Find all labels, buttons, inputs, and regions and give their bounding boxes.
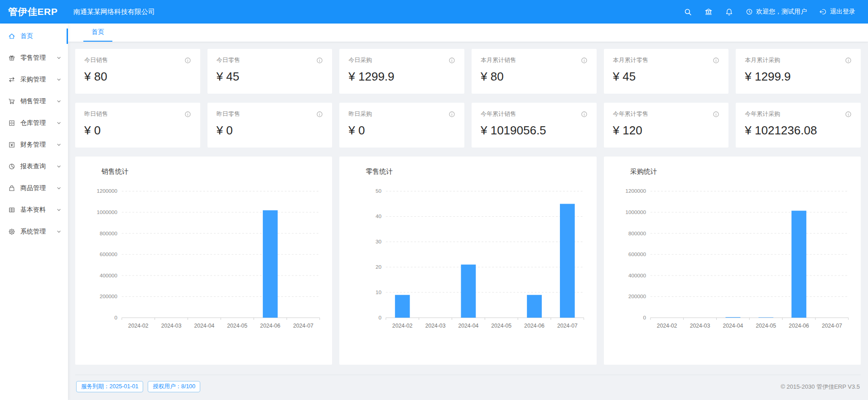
sidebar-item-label: 系统管理 xyxy=(20,228,56,236)
stat-card-head: 本月累计销售 xyxy=(481,56,588,64)
info-icon[interactable] xyxy=(713,57,719,64)
stat-card-head: 本月累计采购 xyxy=(745,56,852,64)
stat-value: ¥ 80 xyxy=(481,70,588,84)
page-footer: 服务到期：2025-01-01 授权用户：8/100 © 2015-2030 管… xyxy=(75,375,861,400)
user-welcome[interactable]: 欢迎您，测试用户 xyxy=(746,8,807,16)
sidebar-item-label: 采购管理 xyxy=(20,76,56,84)
y-tick-label: 400000 xyxy=(100,272,118,278)
y-tick-label: 200000 xyxy=(100,293,118,299)
info-icon[interactable] xyxy=(448,57,455,64)
bank-icon[interactable] xyxy=(704,8,713,16)
stat-card-head: 今年累计销售 xyxy=(481,110,588,118)
sidebar-item-goods[interactable]: 商品管理 xyxy=(0,177,68,199)
info-icon[interactable] xyxy=(713,111,719,118)
chevron-down-icon xyxy=(56,120,62,126)
stat-card: 今年累计采购¥ 1021236.08 xyxy=(736,103,861,148)
sales-chart-card: 销售统计020000040000060000080000010000001200… xyxy=(75,157,332,365)
sales-chart: 0200000400000600000800000100000012000002… xyxy=(80,182,328,347)
sidebar: 首页零售管理采购管理销售管理仓库管理财务管理报表查询商品管理基本资料系统管理 xyxy=(0,24,68,400)
info-icon[interactable] xyxy=(316,57,323,64)
info-icon[interactable] xyxy=(581,111,588,118)
y-tick-label: 1200000 xyxy=(96,188,117,194)
stat-label: 今年累计零售 xyxy=(613,110,648,118)
sidebar-item-reports[interactable]: 报表查询 xyxy=(0,156,68,177)
y-tick-label: 1000000 xyxy=(96,209,117,215)
stat-value: ¥ 80 xyxy=(84,70,191,84)
y-tick-label: 800000 xyxy=(628,230,646,236)
sidebar-item-finance[interactable]: 财务管理 xyxy=(0,134,68,156)
body-row: 首页零售管理采购管理销售管理仓库管理财务管理报表查询商品管理基本资料系统管理 首… xyxy=(0,24,868,400)
bar-2024-02 xyxy=(395,295,410,318)
sidebar-item-retail[interactable]: 零售管理 xyxy=(0,47,68,69)
sidebar-item-sales[interactable]: 销售管理 xyxy=(0,90,68,112)
sidebar-item-system[interactable]: 系统管理 xyxy=(0,221,68,243)
stat-card-head: 昨日采购 xyxy=(348,110,455,118)
stat-value: ¥ 0 xyxy=(348,124,455,138)
stat-value: ¥ 1021236.08 xyxy=(745,124,852,138)
content: 今日销售¥ 80今日零售¥ 45今日采购¥ 1299.9本月累计销售¥ 80本月… xyxy=(68,42,868,400)
bar-2024-06 xyxy=(527,295,542,318)
logout-button[interactable]: 退出登录 xyxy=(820,8,855,16)
stat-label: 今日零售 xyxy=(217,56,240,64)
y-tick-label: 0 xyxy=(115,314,118,320)
swap-icon xyxy=(8,76,15,83)
top-header: 管伊佳ERP 南通某某网络科技有限公司 xyxy=(0,0,868,24)
sidebar-item-warehouse[interactable]: 仓库管理 xyxy=(0,112,68,134)
y-tick-label: 0 xyxy=(643,314,646,320)
cart-icon xyxy=(8,98,15,105)
bar-2024-04 xyxy=(461,265,476,318)
tab-home[interactable]: 首页 xyxy=(83,24,112,42)
search-icon[interactable] xyxy=(684,8,692,16)
info-icon[interactable] xyxy=(845,57,852,64)
x-category-label: 2024-07 xyxy=(822,323,842,329)
purchase-chart: 0200000400000600000800000100000012000002… xyxy=(608,182,856,347)
stat-card: 今日销售¥ 80 xyxy=(75,49,200,94)
stat-card-head: 今日零售 xyxy=(217,56,323,64)
stat-label: 本月累计采购 xyxy=(745,56,780,64)
chevron-down-icon xyxy=(56,207,62,213)
tabbar: 首页 xyxy=(68,24,868,42)
stat-value: ¥ 120 xyxy=(613,124,720,138)
sidebar-item-label: 首页 xyxy=(20,32,62,40)
info-icon[interactable] xyxy=(184,111,191,118)
stat-value: ¥ 1019056.5 xyxy=(481,124,588,138)
info-icon[interactable] xyxy=(448,111,455,118)
stat-label: 本月累计零售 xyxy=(613,56,648,64)
sidebar-item-label: 商品管理 xyxy=(20,184,56,192)
chart-title: 零售统计 xyxy=(344,167,592,176)
y-tick-label: 50 xyxy=(376,188,382,194)
sidebar-item-purchase[interactable]: 采购管理 xyxy=(0,69,68,90)
x-category-label: 2024-06 xyxy=(524,323,545,329)
y-tick-label: 0 xyxy=(379,314,382,320)
x-category-label: 2024-06 xyxy=(789,323,809,329)
sidebar-item-basicdata[interactable]: 基本资料 xyxy=(0,199,68,221)
y-tick-label: 400000 xyxy=(628,272,646,278)
sidebar-item-home[interactable]: 首页 xyxy=(0,25,68,47)
logout-icon xyxy=(820,8,827,15)
y-tick-label: 600000 xyxy=(100,251,118,257)
main-area: 首页 今日销售¥ 80今日零售¥ 45今日采购¥ 1299.9本月累计销售¥ 8… xyxy=(68,24,868,400)
gear-icon xyxy=(8,228,15,235)
stats-grid: 今日销售¥ 80今日零售¥ 45今日采购¥ 1299.9本月累计销售¥ 80本月… xyxy=(75,49,861,148)
stat-label: 昨日销售 xyxy=(84,110,108,118)
info-icon[interactable] xyxy=(581,57,588,64)
info-icon[interactable] xyxy=(184,57,191,64)
purchase-chart-card: 采购统计020000040000060000080000010000001200… xyxy=(604,157,861,365)
stat-label: 今日采购 xyxy=(348,56,372,64)
info-icon[interactable] xyxy=(316,111,323,118)
home-icon xyxy=(8,33,15,40)
x-category-label: 2024-07 xyxy=(293,323,313,329)
stat-card: 昨日采购¥ 0 xyxy=(339,103,464,148)
grid-icon xyxy=(8,206,15,214)
charts-grid: 销售统计020000040000060000080000010000001200… xyxy=(75,157,861,365)
stat-label: 今年累计销售 xyxy=(481,110,516,118)
sidebar-item-label: 报表查询 xyxy=(20,162,56,171)
y-tick-label: 20 xyxy=(376,264,382,270)
info-icon[interactable] xyxy=(845,111,852,118)
bell-icon[interactable] xyxy=(725,8,733,16)
x-category-label: 2024-04 xyxy=(723,323,743,329)
bar-2024-06 xyxy=(791,211,806,318)
chevron-down-icon xyxy=(56,77,62,82)
x-category-label: 2024-04 xyxy=(194,323,214,329)
sidebar-item-label: 零售管理 xyxy=(20,54,56,62)
